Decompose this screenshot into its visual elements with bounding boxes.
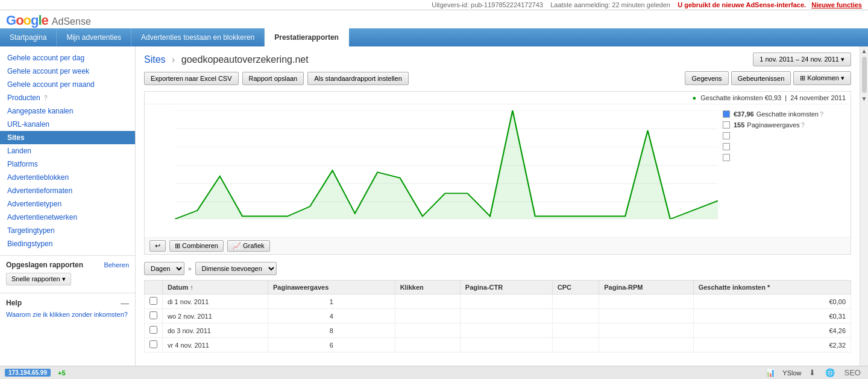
grafiek-button[interactable]: 📈 Grafiek: [227, 240, 270, 252]
row-income: €0,00: [693, 295, 851, 309]
combine-button[interactable]: ⊞ Combineren: [169, 240, 224, 252]
row-date: vr 4 nov. 2011: [163, 338, 268, 352]
manage-link[interactable]: Beheren: [104, 261, 129, 269]
row-ctr: [460, 323, 552, 338]
chart-header: ● Geschatte inkomsten €0,93 | 24 novembe…: [145, 92, 851, 104]
row-clicks: [395, 309, 460, 323]
legend-checkbox-pageviews[interactable]: [723, 121, 730, 129]
row-rpm: [599, 295, 693, 309]
row-rpm: [599, 309, 693, 323]
sidebar-item-sites[interactable]: Sites: [0, 131, 135, 144]
undo-button[interactable]: ↩: [149, 240, 166, 252]
chart-dot: ●: [693, 94, 697, 101]
help-link[interactable]: Waarom zie ik klikken zonder inkomsten?: [6, 311, 128, 318]
sidebar-item-advertentienetwerken[interactable]: Advertentienetwerken: [0, 211, 135, 224]
line-chart-svg: €6,00 €5,00 €4,00 €3,00 €2,00 €1,00 €0,0…: [175, 110, 718, 219]
kolommen-button[interactable]: ⊞ Kolommen ▾: [793, 71, 851, 85]
col-income: Geschatte inkomsten *: [693, 281, 851, 295]
top-bar: Uitgevers-id: pub-1197852224172743 Laats…: [0, 0, 868, 10]
sidebar-item-aangepaste-kanalen[interactable]: Aangepaste kanalen: [0, 104, 135, 118]
save-report-button[interactable]: Rapport opslaan: [242, 72, 304, 85]
sidebar-item-url-kanalen[interactable]: URL-kanalen: [0, 118, 135, 131]
gebeurtenissen-button[interactable]: Gebeurtenissen: [731, 71, 791, 85]
row-rpm: [599, 338, 693, 352]
ip-address: 173.194.65.99: [5, 369, 51, 377]
legend-amount-pageviews: 155: [734, 121, 744, 129]
sidebar-item-landen[interactable]: Landen: [0, 144, 135, 158]
download-icon[interactable]: ⬇: [809, 368, 816, 377]
sidebar-item-gehele-account-maand[interactable]: Gehele account per maand: [0, 78, 135, 91]
row-checkbox[interactable]: [145, 309, 163, 323]
chart-main: €6,00 €5,00 €4,00 €3,00 €2,00 €1,00 €0,0…: [145, 104, 718, 237]
table-row: di 1 nov. 2011 1 €0,00: [145, 295, 851, 309]
set-default-button[interactable]: Als standaardrapport instellen: [307, 72, 409, 85]
sidebar-item-producten[interactable]: Producten ?: [0, 91, 135, 104]
col-ctr: Pagina-CTR: [460, 281, 552, 295]
breadcrumb-sep: ›: [172, 54, 175, 65]
period-select[interactable]: Dagen: [144, 262, 184, 275]
export-csv-button[interactable]: Exporteren naar Excel CSV: [144, 72, 239, 85]
legend-label-income: Geschatte inkomsten: [756, 110, 819, 118]
nav-tabs: Startpagina Mijn advertenties Advertenti…: [0, 28, 868, 46]
col-klikken: Klikken: [395, 281, 460, 295]
row-check-input[interactable]: [149, 340, 157, 348]
bottom-icons: 📊 YSlow ⬇ 🌐 SEO: [763, 368, 863, 377]
row-check-input[interactable]: [149, 326, 157, 334]
col-rpm: Pagina-RPM: [599, 281, 693, 295]
table-row: vr 4 nov. 2011 6 €2,32: [145, 338, 851, 352]
row-checkbox[interactable]: [145, 338, 163, 352]
row-ctr: [460, 295, 552, 309]
flag-icon[interactable]: 🌐: [825, 368, 835, 377]
sidebar-item-platforms[interactable]: Platforms: [0, 158, 135, 171]
legend-checkbox-5[interactable]: [723, 154, 730, 161]
scrollbar-up[interactable]: ▲: [860, 46, 868, 56]
seo-icon[interactable]: SEO: [844, 368, 861, 377]
scrollbar-thumb[interactable]: [862, 57, 867, 93]
legend-help-pageviews[interactable]: ?: [801, 121, 805, 129]
new-features-link[interactable]: Nieuwe functies: [811, 1, 862, 8]
chart-date: 24 november 2011: [790, 94, 846, 101]
tab-mijn-advertenties[interactable]: Mijn advertenties: [57, 28, 131, 46]
yslow-icon[interactable]: 📊: [766, 368, 775, 377]
legend-checkbox-4[interactable]: [723, 143, 730, 150]
chart-legend: €37,96 Geschatte inkomsten ? 155 Paginaw…: [718, 104, 851, 237]
row-check-input[interactable]: [149, 297, 157, 305]
row-check-input[interactable]: [149, 311, 157, 319]
dimension-select[interactable]: Dimensie toevoegen: [195, 262, 277, 275]
tab-startpagina[interactable]: Startpagina: [0, 28, 57, 46]
sidebar-item-advertentieformaten[interactable]: Advertentieformaten: [0, 184, 135, 197]
row-checkbox[interactable]: [145, 323, 163, 338]
col-datum[interactable]: Datum ↑: [163, 281, 268, 295]
sidebar-item-advertentieblokken[interactable]: Advertentieblokken: [0, 171, 135, 184]
gegevens-button[interactable]: Gegevens: [685, 71, 728, 85]
sidebar-item-gehele-account-dag[interactable]: Gehele account per dag: [0, 51, 135, 65]
legend-checkbox-income[interactable]: [723, 110, 730, 118]
legend-amount-income: €37,96: [734, 110, 754, 118]
row-cpc: [552, 338, 599, 352]
saved-reports-section: Opgeslagen rapporten Beheren Snelle rapp…: [0, 255, 135, 290]
period-arrow: »: [188, 266, 192, 272]
vertical-scrollbar[interactable]: ▲ ▼: [860, 46, 868, 379]
date-range-button[interactable]: 1 nov. 2011 – 24 nov. 2011 ▾: [753, 53, 851, 66]
sidebar-item-biedingstypen[interactable]: Biedingstypen: [0, 237, 135, 250]
right-buttons: Gegevens Gebeurtenissen ⊞ Kolommen ▾: [685, 71, 851, 85]
quick-reports-dropdown[interactable]: Snelle rapporten ▾: [6, 273, 71, 285]
legend-help-income[interactable]: ?: [820, 110, 823, 118]
help-collapse-btn[interactable]: —: [121, 298, 129, 308]
tab-prestatierapporten[interactable]: Prestatierapporten: [265, 28, 349, 46]
row-cpc: [552, 309, 599, 323]
sidebar-item-gehele-account-week[interactable]: Gehele account per week: [0, 65, 135, 78]
breadcrumb-sites[interactable]: Sites: [144, 54, 166, 65]
row-rpm: [599, 323, 693, 338]
table-body: di 1 nov. 2011 1 €0,00 wo 2 nov. 2011 4 …: [145, 295, 851, 352]
legend-item-income: €37,96 Geschatte inkomsten ?: [723, 110, 846, 118]
tab-advertenties-toestaan[interactable]: Advertenties toestaan en blokkeren: [131, 28, 265, 46]
row-income: €4,26: [693, 323, 851, 338]
chart-estimated-income: Geschatte inkomsten €0,93: [700, 94, 781, 101]
row-checkbox[interactable]: [145, 295, 163, 309]
sidebar-item-advertentietypen[interactable]: Advertentietypen: [0, 197, 135, 211]
scrollbar-down[interactable]: ▼: [860, 94, 868, 103]
sidebar-item-targetingtypen[interactable]: Targetingtypen: [0, 224, 135, 237]
legend-checkbox-3[interactable]: [723, 132, 730, 139]
row-pageviews: 1: [268, 295, 395, 309]
